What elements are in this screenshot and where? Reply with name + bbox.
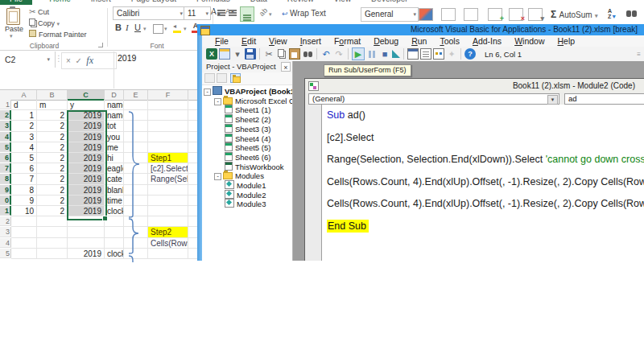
grid-cell[interactable] [124, 153, 148, 163]
project-explorer-icon[interactable] [407, 48, 419, 60]
project-tree-item-module2[interactable]: Module2 [202, 190, 292, 200]
grid-cell[interactable] [148, 185, 188, 196]
format-as-table-icon[interactable] [441, 8, 456, 21]
grid-cell[interactable]: name [105, 100, 124, 110]
orientation-dropdown[interactable]: ▾ [269, 11, 272, 18]
row-header[interactable]: 0 [0, 196, 11, 205]
ribbon-tab-home[interactable]: Home [46, 0, 74, 3]
grid-cell[interactable] [68, 216, 105, 227]
vba-menu-run[interactable]: Run [405, 36, 433, 46]
cut-icon[interactable]: ✂ [263, 48, 275, 60]
excel-icon[interactable]: X [206, 48, 217, 60]
grid-cell[interactable]: 2019 [68, 163, 105, 174]
ribbon-tab-developer[interactable]: Developer [368, 0, 411, 3]
grid-cell[interactable]: you [105, 132, 124, 142]
orientation-icon[interactable]: ab [258, 6, 269, 18]
grid-cell[interactable]: 7 [11, 174, 37, 184]
grid-cell[interactable] [11, 238, 37, 249]
grid-cell[interactable] [124, 196, 148, 206]
vba-menu-view[interactable]: View [262, 36, 294, 46]
grid-cell[interactable]: 2019 [68, 142, 105, 153]
grid-cell[interactable]: m [37, 100, 68, 110]
row-header[interactable]: 7 [0, 163, 11, 173]
grid-cell[interactable]: y [68, 100, 105, 110]
grid-cell[interactable] [37, 249, 68, 259]
grid-cell[interactable]: 2019 [68, 249, 105, 259]
grid-cell[interactable] [105, 227, 124, 237]
grid-cell[interactable] [105, 238, 124, 249]
row-header[interactable]: 4 [0, 238, 11, 248]
toggle-folders-icon[interactable] [230, 73, 241, 83]
grid-cell[interactable] [37, 216, 68, 227]
underline-dropdown[interactable]: ▾ [143, 26, 147, 32]
conditional-formatting-icon[interactable] [419, 8, 433, 21]
grid-cell[interactable]: 2 [37, 153, 68, 163]
project-tree[interactable]: -VBAProject (Book11 (2).-Microsoft Excel… [202, 86, 292, 261]
grid-cell[interactable]: hi [105, 153, 124, 163]
grid-cell[interactable] [124, 249, 148, 259]
help-icon[interactable]: ? [464, 48, 476, 60]
grid-cell[interactable] [37, 227, 68, 237]
cut-button[interactable]: ✂ Cut [29, 7, 49, 16]
insert-cells-icon[interactable]: + [488, 8, 502, 21]
object-browser-icon[interactable] [433, 48, 444, 60]
sort-filter-icon[interactable]: AZ▼ [608, 8, 617, 19]
number-format-select[interactable]: General▾ [361, 7, 419, 22]
row-header[interactable]: 3 [0, 227, 11, 237]
grid-cell[interactable] [124, 110, 148, 121]
vba-menu-format[interactable]: Format [328, 36, 367, 46]
ribbon-tab-page-layout[interactable]: Page Layout [128, 0, 180, 3]
row-header[interactable]: 5 [0, 142, 11, 152]
borders-dropdown[interactable]: ▾ [164, 26, 167, 32]
underline-button[interactable]: U [134, 23, 141, 32]
grid-cell[interactable] [148, 100, 188, 110]
project-tree-item-sheet1-1-[interactable]: Sheet1 (1) [202, 105, 292, 114]
grid-cell[interactable]: me [105, 142, 124, 153]
grid-cell[interactable]: 2 [37, 163, 68, 174]
ribbon-tab-review[interactable]: Review [284, 0, 317, 3]
font-size-select[interactable]: 11▾ [184, 6, 211, 20]
align-middle-icon[interactable] [229, 10, 237, 11]
view-object-icon[interactable] [217, 73, 227, 83]
copy-icon[interactable] [276, 48, 287, 60]
procedure-dropdown[interactable]: ad [564, 93, 644, 105]
copy-button[interactable]: Copy ▾ [29, 19, 60, 27]
grid-cell[interactable] [148, 216, 188, 227]
shrink-font-button[interactable]: A▼ [225, 7, 235, 15]
grid-cell[interactable]: 2 [37, 206, 68, 216]
italic-button[interactable]: I [126, 23, 129, 32]
font-name-select[interactable]: Calibri▾ [113, 6, 185, 20]
grid-cell[interactable]: 2 [37, 142, 68, 153]
grid-cell[interactable]: 1 [11, 110, 37, 121]
ribbon-tab-data[interactable]: Data [247, 0, 270, 3]
align-bottom-icon[interactable] [240, 6, 254, 22]
grid-cell[interactable]: 2019 [68, 185, 105, 196]
project-tree-item-sheet4-4-[interactable]: Sheet4 (4) [202, 134, 292, 143]
bold-button[interactable]: B [115, 23, 122, 32]
format-painter-button[interactable]: Format Painter [29, 30, 87, 39]
undo-icon[interactable]: ↶ [320, 48, 332, 60]
vba-titlebar[interactable]: Microsoft Visual Basic for Applications … [197, 24, 644, 35]
grid-cell[interactable] [124, 121, 148, 131]
row-header[interactable]: 1 [0, 206, 11, 216]
grid-cell[interactable] [148, 206, 188, 216]
grid-cell[interactable] [124, 227, 148, 237]
project-tree-item-microsoft-excel-objects[interactable]: -Microsoft Excel Objects [202, 96, 292, 105]
grid-cell[interactable] [11, 249, 37, 259]
borders-icon[interactable] [153, 24, 163, 34]
insert-userform-icon[interactable] [219, 48, 230, 60]
find-icon[interactable] [302, 48, 313, 60]
object-dropdown[interactable]: (General)▼ [308, 93, 559, 105]
tree-expander-icon[interactable]: - [214, 173, 221, 180]
insert-function-button[interactable]: fx [86, 55, 93, 66]
grid-cell[interactable] [124, 132, 148, 142]
grid-cell[interactable]: 2019 [68, 153, 105, 163]
clipboard-dialog-launcher[interactable] [98, 43, 103, 47]
row-header[interactable]: 8 [0, 174, 11, 183]
grid-cell[interactable] [124, 142, 148, 153]
redo-icon[interactable]: ↷ [333, 48, 345, 60]
ribbon-tab-view[interactable]: View [331, 0, 355, 3]
project-tree-item-module1[interactable]: Module1 [202, 180, 292, 190]
find-select-icon[interactable] [626, 10, 631, 17]
cancel-button[interactable]: × [66, 56, 71, 65]
